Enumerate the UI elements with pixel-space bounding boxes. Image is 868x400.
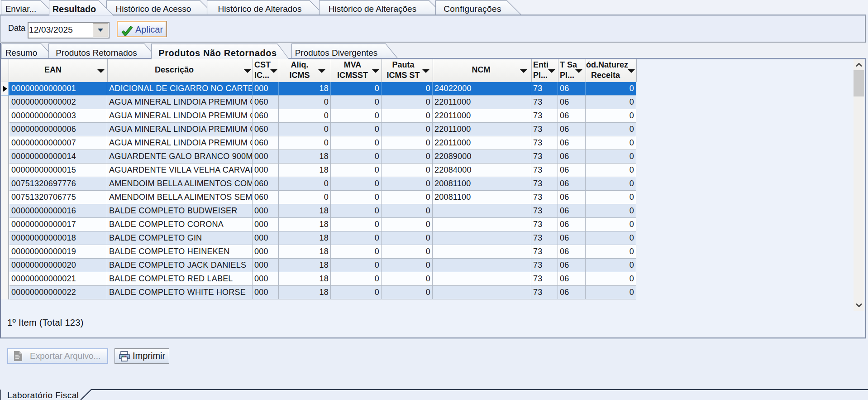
svg-text:Histórico de Acesso: Histórico de Acesso bbox=[116, 4, 191, 14]
svg-text:Produtos Não Retornados: Produtos Não Retornados bbox=[158, 48, 277, 58]
svg-text:Resumo: Resumo bbox=[5, 48, 38, 58]
svg-text:Enviar...: Enviar... bbox=[5, 4, 37, 14]
svg-text:Histórico de Alterações: Histórico de Alterações bbox=[329, 4, 416, 14]
svg-text:Histórico de Alterados: Histórico de Alterados bbox=[218, 4, 302, 14]
svg-text:Produtos Retornados: Produtos Retornados bbox=[56, 48, 137, 58]
svg-text:Configurações: Configurações bbox=[444, 4, 501, 14]
svg-text:Produtos Divergentes: Produtos Divergentes bbox=[295, 48, 378, 58]
svg-text:Resultado: Resultado bbox=[52, 4, 96, 14]
